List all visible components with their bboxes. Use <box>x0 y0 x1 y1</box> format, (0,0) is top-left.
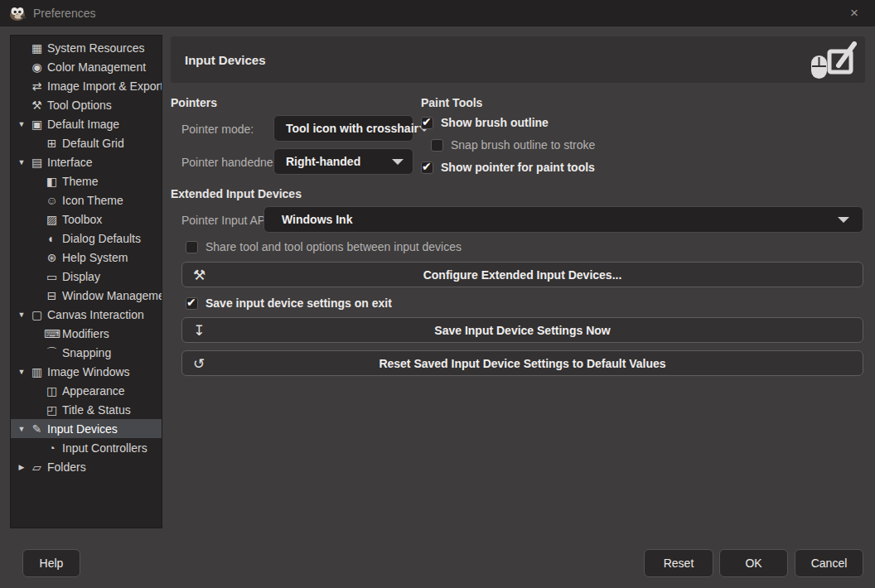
sidebar-item-theme[interactable]: ◧Theme <box>11 171 162 190</box>
pointer-handedness-dropdown[interactable]: Right-handed <box>273 148 413 175</box>
checkbox-show-pointer-paint-tools[interactable]: ✔Show pointer for paint tools <box>421 161 595 174</box>
sidebar-item-color-management[interactable]: ◉Color Management <box>11 57 162 76</box>
reset-button[interactable]: Reset <box>644 549 713 577</box>
pointer-input-api-value: Windows Ink <box>282 213 838 226</box>
chevron-right-icon[interactable]: ▶ <box>14 463 29 471</box>
sidebar-item-display[interactable]: ▭Display <box>11 267 162 286</box>
chevron-down-icon <box>392 159 404 165</box>
ok-button[interactable]: OK <box>719 549 788 577</box>
sidebar-item-image-windows[interactable]: ▼▥Image Windows <box>11 362 162 381</box>
sidebar-item-system-resources[interactable]: ▦System Resources <box>11 38 162 57</box>
interface-icon: ▤ <box>29 157 45 168</box>
monitor-icon: ▭ <box>44 271 60 282</box>
save-icon: ↧ <box>193 323 205 337</box>
extended-section-title: Extended Input Devices <box>171 187 302 200</box>
chevron-down-icon[interactable]: ▼ <box>14 311 29 319</box>
checkbox-box: ✔ <box>186 241 198 253</box>
chevron-down-icon[interactable]: ▼ <box>14 368 29 376</box>
help-button[interactable]: Help <box>22 549 80 577</box>
crossed-tools-icon: ⚒ <box>193 267 205 282</box>
cancel-button[interactable]: Cancel <box>795 549 863 577</box>
sidebar-item-input-controllers[interactable]: ◔Input Controllers <box>11 438 162 457</box>
sidebar-item-label: Folders <box>47 460 86 474</box>
canvas-icon: ▢ <box>29 309 45 321</box>
sidebar-item-window-management[interactable]: ⊟Window Management <box>11 286 162 305</box>
keyboard-icon: ⌨ <box>44 328 60 340</box>
checkbox-show-brush-outline[interactable]: ✔Show brush outline <box>421 116 595 129</box>
pointer-mode-label: Pointer mode: <box>181 123 254 136</box>
paint-tools-checkboxes: ✔Show brush outline✔Snap brush outline t… <box>421 116 595 183</box>
sidebar-item-label: Default Grid <box>62 137 124 150</box>
pointers-section-title: Pointers <box>171 96 217 109</box>
checkbox-save-settings-on-exit[interactable]: ✔ Save input device settings on exit <box>186 296 392 310</box>
color-circles-icon: ◉ <box>29 61 45 73</box>
sidebar-item-image-import-export[interactable]: ⇄Image Import & Export <box>11 76 162 95</box>
sidebar-item-label: Dialog Defaults <box>62 232 141 245</box>
sidebar-item-label: Image Import & Export <box>47 80 162 93</box>
sidebar-item-icon-theme[interactable]: ☺Icon Theme <box>11 190 162 210</box>
sidebar-item-interface[interactable]: ▼▤Interface <box>11 152 162 171</box>
grid-icon: ⊞ <box>44 137 60 149</box>
checkmark-icon: ✔ <box>422 115 432 129</box>
image-window-icon: ▥ <box>29 366 45 378</box>
sidebar-item-label: Interface <box>47 156 92 169</box>
reset-saved-input-device-settings-button[interactable]: ↺ Reset Saved Input Device Settings to D… <box>181 350 863 376</box>
pointer-input-api-label: Pointer Input API: <box>181 214 272 227</box>
chevron-down-icon[interactable]: ▼ <box>14 120 29 128</box>
reset-icon: ↺ <box>193 356 205 370</box>
sidebar-item-title-status[interactable]: ◰Title & Status <box>11 400 162 419</box>
page-title: Input Devices <box>185 53 266 67</box>
sidebar-item-tool-options[interactable]: ⚒Tool Options <box>11 95 162 114</box>
sidebar-item-label: Toolbox <box>62 213 102 226</box>
gimp-wilber-icon <box>8 6 27 21</box>
chip-icon: ▦ <box>29 42 45 54</box>
window-title: Preferences <box>33 7 95 20</box>
checkbox-box: ✔ <box>421 117 433 129</box>
close-icon[interactable]: × <box>844 3 865 23</box>
sidebar-item-appearance[interactable]: ◫Appearance <box>11 381 162 400</box>
snap-icon: ⌒ <box>44 347 60 359</box>
sidebar-item-help-system[interactable]: ⊛Help System <box>11 248 162 267</box>
checkbox-snap-brush-outline[interactable]: ✔Snap brush outline to stroke <box>431 138 595 152</box>
paint-tools-section-title: Paint Tools <box>421 96 482 109</box>
sidebar-item-dialog-defaults[interactable]: ◐Dialog Defaults <box>11 229 162 248</box>
theme-icon: ◧ <box>44 176 60 187</box>
sidebar-item-snapping[interactable]: ⌒Snapping <box>11 343 162 362</box>
save-input-device-settings-now-button[interactable]: ↧ Save Input Device Settings Now <box>181 317 863 343</box>
checkmark-icon: ✔ <box>422 160 432 174</box>
sidebar-item-default-image[interactable]: ▼▣Default Image <box>11 114 162 133</box>
configure-extended-input-devices-button[interactable]: ⚒ Configure Extended Input Devices... <box>181 262 863 287</box>
pointer-handedness-label: Pointer handedness: <box>181 156 288 169</box>
sidebar-item-label: Modifiers <box>62 327 109 340</box>
sidebar-item-label: Window Management <box>62 289 162 302</box>
import-export-icon: ⇄ <box>29 80 45 92</box>
reset-saved-button-label: Reset Saved Input Device Settings to Def… <box>379 357 665 370</box>
pointer-mode-dropdown[interactable]: Tool icon with crosshair <box>273 115 413 142</box>
checkbox-share-tool-options[interactable]: ✔ Share tool and tool options between in… <box>186 240 462 253</box>
sidebar-item-canvas-interaction[interactable]: ▼▢Canvas Interaction <box>11 305 162 324</box>
dial-icon: ◐ <box>44 233 60 244</box>
sidebar-item-label: Display <box>62 270 100 283</box>
sidebar-item-input-devices[interactable]: ▼✎Input Devices <box>11 419 162 438</box>
page-header: Input Devices <box>171 36 865 83</box>
sidebar-item-default-grid[interactable]: ⊞Default Grid <box>11 133 162 152</box>
sidebar-item-toolbox[interactable]: ▨Toolbox <box>11 210 162 229</box>
sidebar-item-label: Tool Options <box>47 99 112 112</box>
appearance-icon: ◫ <box>44 385 60 397</box>
sidebar-item-label: Appearance <box>62 384 125 398</box>
sidebar-item-label: System Resources <box>47 41 144 55</box>
mouse-pen-icon: ✎ <box>29 423 45 435</box>
windows-icon: ⊟ <box>44 290 60 301</box>
sidebar-item-modifiers[interactable]: ⌨Modifiers <box>11 324 162 343</box>
sidebar-item-label: Input Controllers <box>62 441 147 455</box>
pointer-mode-value: Tool icon with crosshair <box>286 122 418 135</box>
chevron-down-icon[interactable]: ▼ <box>14 158 29 166</box>
pointer-input-api-dropdown[interactable]: Windows Ink <box>263 206 863 233</box>
folders-icon: ▱ <box>29 461 45 473</box>
sidebar-item-folders[interactable]: ▶▱Folders <box>11 457 162 476</box>
checkbox-box: ✔ <box>186 297 198 310</box>
save-now-button-label: Save Input Device Settings Now <box>434 324 610 337</box>
sidebar-item-label: Icon Theme <box>62 194 123 207</box>
pointer-handedness-value: Right-handed <box>286 155 392 168</box>
chevron-down-icon[interactable]: ▼ <box>14 425 29 433</box>
